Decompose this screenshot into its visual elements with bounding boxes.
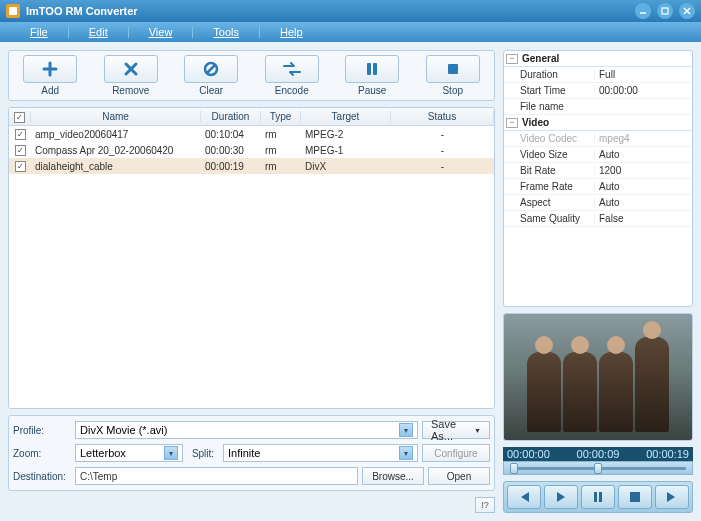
profile-select[interactable]: DivX Movie (*.avi)▼ bbox=[75, 421, 418, 439]
clear-button[interactable]: Clear bbox=[174, 55, 249, 96]
column-target[interactable]: Target bbox=[301, 111, 391, 122]
collapse-icon[interactable]: − bbox=[506, 54, 518, 64]
prop-key: Frame Rate bbox=[504, 181, 594, 192]
svg-rect-8 bbox=[367, 63, 371, 75]
help-button[interactable]: !? bbox=[475, 497, 495, 513]
column-status[interactable]: Status bbox=[391, 111, 494, 122]
next-button[interactable] bbox=[655, 485, 689, 509]
chevron-down-icon: ▼ bbox=[164, 446, 178, 460]
settings-panel: Profile: DivX Movie (*.avi)▼ Save As...▼… bbox=[8, 415, 495, 491]
row-target: MPEG-1 bbox=[301, 145, 391, 156]
destination-label: Destination: bbox=[13, 471, 71, 482]
split-select[interactable]: Infinite▼ bbox=[223, 444, 418, 462]
save-as-button[interactable]: Save As...▼ bbox=[422, 421, 490, 439]
zoom-select[interactable]: Letterbox▼ bbox=[75, 444, 183, 462]
prop-key: Same Quality bbox=[504, 213, 594, 224]
prop-value[interactable]: 00:00:00 bbox=[594, 85, 692, 96]
prop-value[interactable]: Auto bbox=[594, 181, 692, 192]
prop-row[interactable]: File name bbox=[504, 99, 692, 115]
playback-controls bbox=[503, 481, 693, 513]
prop-row[interactable]: DurationFull bbox=[504, 67, 692, 83]
time-display: 00:00:00 00:00:09 00:00:19 bbox=[503, 447, 693, 461]
prop-value[interactable]: mpeg4 bbox=[594, 133, 692, 144]
column-duration[interactable]: Duration bbox=[201, 111, 261, 122]
prop-value[interactable]: False bbox=[594, 213, 692, 224]
add-button[interactable]: Add bbox=[13, 55, 88, 96]
app-icon bbox=[6, 4, 20, 18]
prop-row[interactable]: Start Time00:00:00 bbox=[504, 83, 692, 99]
prop-key: Aspect bbox=[504, 197, 594, 208]
file-row[interactable]: ✓Compass Apr 20_02-2006042000:00:30rmMPE… bbox=[9, 142, 494, 158]
prop-value[interactable]: Auto bbox=[594, 197, 692, 208]
toolbar-label: Remove bbox=[112, 85, 149, 96]
maximize-button[interactable] bbox=[657, 3, 673, 19]
menu-view[interactable]: View bbox=[129, 26, 194, 38]
profile-label: Profile: bbox=[13, 425, 71, 436]
file-row[interactable]: ✓dialaheight_cable00:00:19rmDivX- bbox=[9, 158, 494, 174]
browse-button[interactable]: Browse... bbox=[362, 467, 424, 485]
stop-icon bbox=[426, 55, 480, 83]
prop-row[interactable]: Bit Rate1200 bbox=[504, 163, 692, 179]
row-checkbox[interactable]: ✓ bbox=[15, 161, 26, 172]
seek-slider[interactable] bbox=[503, 461, 693, 475]
x-icon bbox=[104, 55, 158, 83]
row-duration: 00:00:30 bbox=[201, 145, 261, 156]
row-checkbox[interactable]: ✓ bbox=[15, 129, 26, 140]
prop-key: Video Codec bbox=[504, 133, 594, 144]
toolbar-label: Encode bbox=[275, 85, 309, 96]
convert-icon bbox=[265, 55, 319, 83]
close-button[interactable] bbox=[679, 3, 695, 19]
nosign-icon bbox=[184, 55, 238, 83]
prop-row[interactable]: AspectAuto bbox=[504, 195, 692, 211]
slider-thumb-start[interactable] bbox=[510, 463, 518, 474]
prop-key: Duration bbox=[504, 69, 594, 80]
stop-button[interactable]: Stop bbox=[416, 55, 491, 96]
prop-row[interactable]: Video Codecmpeg4 bbox=[504, 131, 692, 147]
configure-button[interactable]: Configure bbox=[422, 444, 490, 462]
prev-button[interactable] bbox=[507, 485, 541, 509]
remove-button[interactable]: Remove bbox=[94, 55, 169, 96]
plus-icon bbox=[23, 55, 77, 83]
prop-row[interactable]: Same QualityFalse bbox=[504, 211, 692, 227]
prop-key: Start Time bbox=[504, 85, 594, 96]
zoom-label: Zoom: bbox=[13, 448, 71, 459]
row-name: dialaheight_cable bbox=[31, 161, 201, 172]
menu-file[interactable]: File bbox=[10, 26, 69, 38]
time-end: 00:00:19 bbox=[646, 448, 689, 460]
row-checkbox[interactable]: ✓ bbox=[15, 145, 26, 156]
destination-input[interactable] bbox=[75, 467, 358, 485]
row-status: - bbox=[391, 161, 494, 172]
prop-key: Video Size bbox=[504, 149, 594, 160]
row-name: amp_video20060417 bbox=[31, 129, 201, 140]
prop-row[interactable]: Video SizeAuto bbox=[504, 147, 692, 163]
pause-button[interactable]: Pause bbox=[335, 55, 410, 96]
svg-rect-3 bbox=[662, 8, 668, 14]
pause-button[interactable] bbox=[581, 485, 615, 509]
prop-key: File name bbox=[504, 101, 594, 112]
row-target: DivX bbox=[301, 161, 391, 172]
slider-thumb-current[interactable] bbox=[594, 463, 602, 474]
play-button[interactable] bbox=[544, 485, 578, 509]
menu-edit[interactable]: Edit bbox=[69, 26, 129, 38]
prop-value[interactable]: Full bbox=[594, 69, 692, 80]
column-type[interactable]: Type bbox=[261, 111, 301, 122]
prop-key: Bit Rate bbox=[504, 165, 594, 176]
menu-tools[interactable]: Tools bbox=[193, 26, 260, 38]
prop-row[interactable]: Frame RateAuto bbox=[504, 179, 692, 195]
minimize-button[interactable] bbox=[635, 3, 651, 19]
prop-value[interactable]: Auto bbox=[594, 149, 692, 160]
menu-help[interactable]: Help bbox=[260, 26, 323, 38]
preview-frame bbox=[504, 314, 692, 440]
stop-button[interactable] bbox=[618, 485, 652, 509]
titlebar: ImTOO RM Converter bbox=[0, 0, 701, 22]
select-all-checkbox[interactable]: ✓ bbox=[14, 112, 25, 123]
properties-panel[interactable]: −GeneralDurationFullStart Time00:00:00Fi… bbox=[503, 50, 693, 307]
collapse-icon[interactable]: − bbox=[506, 118, 518, 128]
column-name[interactable]: Name bbox=[31, 111, 201, 122]
encode-button[interactable]: Encode bbox=[255, 55, 330, 96]
open-button[interactable]: Open bbox=[428, 467, 490, 485]
prop-value[interactable]: 1200 bbox=[594, 165, 692, 176]
svg-rect-1 bbox=[9, 7, 17, 15]
file-row[interactable]: ✓amp_video2006041700:10:04rmMPEG-2- bbox=[9, 126, 494, 142]
video-preview[interactable] bbox=[503, 313, 693, 441]
